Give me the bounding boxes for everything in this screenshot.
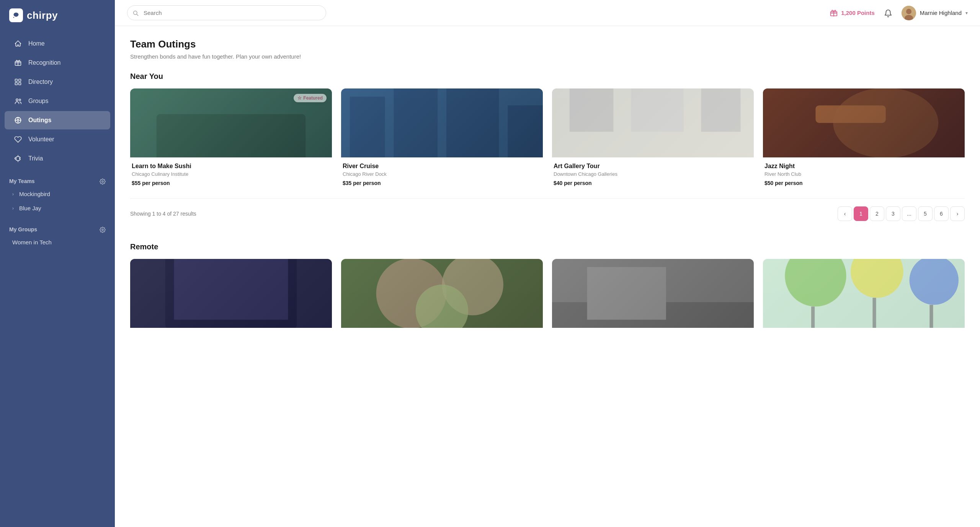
pagination-prev[interactable]: ‹: [838, 206, 852, 221]
pagination-page-2[interactable]: 2: [870, 206, 884, 221]
svg-rect-28: [350, 97, 385, 157]
card-remote-1[interactable]: [130, 259, 332, 335]
card-remote-3-image: [552, 259, 754, 328]
svg-rect-40: [815, 105, 885, 123]
card-remote-3[interactable]: [552, 259, 754, 335]
svg-point-7: [19, 99, 21, 101]
card-remote-2-body: [341, 328, 543, 335]
bell-icon[interactable]: [884, 8, 892, 18]
svg-point-23: [906, 9, 911, 14]
card-river-price: $35 per person: [343, 180, 541, 186]
user-chevron-icon: ▾: [965, 10, 968, 16]
svg-rect-2: [15, 79, 18, 82]
pagination-page-6[interactable]: 6: [934, 206, 949, 221]
trivia-icon: [14, 154, 22, 163]
sidebar-item-recognition[interactable]: Recognition: [5, 54, 110, 72]
card-gallery-image: [552, 88, 754, 157]
pagination-page-1[interactable]: 1: [854, 206, 868, 221]
chevron-right-icon-2: ›: [12, 206, 14, 211]
card-sushi[interactable]: ☆ Featured Learn to Make Sushi Chicago C…: [130, 88, 332, 188]
sidebar-label-outings: Outings: [28, 117, 51, 124]
search-bar: [127, 5, 326, 20]
card-river-location: Chicago River Dock: [343, 171, 541, 177]
chevron-right-icon: ›: [12, 191, 14, 197]
card-remote-1-body: [130, 328, 332, 335]
svg-rect-3: [19, 79, 21, 82]
card-sushi-price: $55 per person: [132, 180, 330, 186]
card-sushi-body: Learn to Make Sushi Chicago Culinary Ins…: [130, 157, 332, 188]
pagination-info: Showing 1 to 4 of 27 results: [130, 211, 196, 217]
card-gallery-price: $40 per person: [554, 180, 752, 186]
user-info[interactable]: Marnie Highland ▾: [902, 6, 968, 20]
sidebar-label-directory: Directory: [28, 79, 53, 85]
page-title: Team Outings: [130, 38, 965, 50]
card-jazz[interactable]: Jazz Night River North Club $50 per pers…: [763, 88, 965, 188]
sidebar-item-home[interactable]: Home: [5, 34, 110, 53]
svg-rect-55: [811, 306, 815, 328]
page-content: Team Outings Strengthen bonds and have f…: [115, 26, 980, 527]
logo-text: chirpy: [27, 10, 58, 21]
card-river-cruise[interactable]: River Cruise Chicago River Dock $35 per …: [341, 88, 543, 188]
svg-rect-4: [15, 83, 18, 85]
directory-icon: [14, 78, 22, 86]
card-gallery-name: Art Gallery Tour: [554, 163, 752, 170]
svg-point-9: [17, 119, 19, 121]
svg-line-20: [137, 14, 138, 16]
pagination-page-3[interactable]: 3: [886, 206, 900, 221]
card-river-body: River Cruise Chicago River Dock $35 per …: [341, 157, 543, 188]
card-art-gallery[interactable]: Art Gallery Tour Downtown Chicago Galler…: [552, 88, 754, 188]
card-sushi-name: Learn to Make Sushi: [132, 163, 330, 170]
sidebar-label-trivia: Trivia: [28, 155, 43, 162]
svg-rect-37: [701, 88, 741, 132]
sidebar-label-recognition: Recognition: [28, 59, 61, 66]
my-groups-section-header: My Groups: [0, 220, 115, 235]
gift-icon: [14, 59, 22, 67]
sidebar-item-trivia[interactable]: Trivia: [5, 149, 110, 168]
near-you-cards-grid: ☆ Featured Learn to Make Sushi Chicago C…: [130, 88, 965, 188]
svg-rect-26: [157, 114, 306, 157]
sidebar-label-home: Home: [28, 40, 45, 47]
sidebar-item-directory[interactable]: Directory: [5, 73, 110, 91]
card-remote-2-image: [341, 259, 543, 328]
card-jazz-body: Jazz Night River North Club $50 per pers…: [763, 157, 965, 188]
team-blue-jay-label: Blue Jay: [19, 205, 41, 211]
my-teams-label: My Teams: [9, 178, 35, 184]
sidebar-team-mockingbird[interactable]: › Mockingbird: [0, 187, 115, 201]
pagination-next[interactable]: ›: [950, 206, 965, 221]
card-gallery-body: Art Gallery Tour Downtown Chicago Galler…: [552, 157, 754, 188]
svg-rect-35: [570, 88, 614, 132]
card-remote-1-image: [130, 259, 332, 328]
svg-rect-50: [587, 267, 666, 319]
sidebar-group-women-in-tech[interactable]: Women in Tech: [0, 235, 115, 249]
avatar: [902, 6, 916, 20]
svg-rect-5: [19, 83, 21, 85]
svg-point-6: [16, 99, 18, 101]
points-badge: 1,200 Points: [830, 8, 875, 18]
svg-rect-43: [174, 259, 288, 320]
sidebar-item-outings[interactable]: Outings: [5, 111, 110, 129]
main-area: 1,200 Points Marnie Highland ▾: [115, 0, 980, 527]
svg-rect-57: [929, 305, 933, 328]
card-jazz-price: $50 per person: [764, 180, 963, 186]
sidebar-nav: Home Recognition Directory: [0, 31, 115, 172]
svg-rect-29: [394, 88, 438, 157]
svg-point-0: [14, 13, 19, 17]
groups-icon: [14, 97, 22, 105]
page-subtitle: Strengthen bonds and have fun together. …: [130, 53, 965, 60]
svg-rect-56: [872, 298, 876, 328]
svg-rect-31: [508, 105, 543, 157]
card-remote-2[interactable]: [341, 259, 543, 335]
sidebar-team-blue-jay[interactable]: › Blue Jay: [0, 201, 115, 215]
card-jazz-location: River North Club: [764, 171, 963, 177]
card-remote-4[interactable]: [763, 259, 965, 335]
outings-icon: [14, 116, 22, 124]
teams-settings-icon[interactable]: [100, 178, 106, 185]
card-sushi-image: ☆ Featured: [130, 88, 332, 157]
sidebar-label-volunteer: Volunteer: [28, 136, 54, 143]
search-input[interactable]: [127, 5, 326, 20]
logo-icon: [9, 8, 23, 22]
sidebar-item-groups[interactable]: Groups: [5, 92, 110, 110]
groups-settings-icon[interactable]: [100, 226, 106, 233]
sidebar-item-volunteer[interactable]: Volunteer: [5, 130, 110, 149]
pagination-page-5[interactable]: 5: [918, 206, 933, 221]
